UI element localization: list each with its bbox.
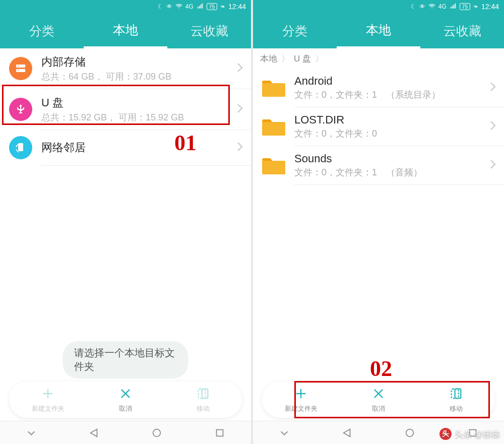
crumb-usb[interactable]: U 盘: [294, 53, 311, 65]
screen-right: ☾ 👁 4G 75 ❧ 12:44 分类 本地 云收藏 本地 〉 U 盘 〉 A…: [253, 0, 504, 444]
row-network-neighbors[interactable]: 网络邻居: [0, 130, 251, 165]
chevron-right-icon: [490, 120, 496, 133]
tab-local[interactable]: 本地: [337, 13, 420, 48]
svg-marker-20: [343, 429, 350, 436]
tab-cloud[interactable]: 云收藏: [420, 13, 504, 48]
watermark-text: 头条 @狒狒: [455, 428, 500, 440]
battery-icon: 75: [207, 3, 217, 10]
move-icon: [449, 387, 463, 403]
tab-local[interactable]: 本地: [84, 13, 167, 48]
action-cancel[interactable]: 取消: [340, 382, 417, 418]
chevron-right-icon: [237, 142, 243, 154]
action-move[interactable]: 移动: [417, 382, 495, 418]
wifi-icon: [428, 3, 435, 11]
chevron-right-icon: [490, 159, 496, 171]
leaf-icon: ❧: [220, 3, 225, 10]
nav-recent[interactable]: [214, 427, 225, 438]
action-move[interactable]: 移动: [164, 382, 242, 418]
nav-back[interactable]: [342, 427, 353, 438]
row-title: U 盘: [41, 95, 234, 110]
action-bar: 新建文件夹 取消 移动: [9, 382, 242, 418]
chevron-right-icon: 〉: [315, 53, 324, 65]
svg-point-12: [153, 429, 161, 436]
svg-point-21: [406, 429, 414, 436]
folder-icon: [262, 116, 285, 137]
nav-home[interactable]: [151, 427, 162, 438]
chevron-right-icon: [490, 82, 496, 94]
close-icon: [371, 387, 386, 403]
folder-icon: [262, 155, 285, 175]
status-bar: ☾ 👁 4G 75 ❧ 12:44: [253, 0, 504, 13]
net-label: 4G: [438, 3, 447, 10]
folder-name: Sounds: [294, 152, 487, 165]
nav-back[interactable]: [89, 427, 100, 438]
close-icon: [118, 387, 133, 403]
signal-icon: [197, 3, 204, 11]
network-icon: [9, 136, 32, 159]
nav-collapse[interactable]: [279, 427, 290, 438]
folder-meta: 文件：0，文件夹：1 （系统目录）: [294, 89, 487, 101]
status-bar: ☾ 👁 4G 75 ❧ 12:44: [0, 0, 251, 13]
crumb-local[interactable]: 本地: [260, 53, 277, 65]
moon-icon: ☾: [411, 3, 416, 10]
watermark: 头 头条 @狒狒: [439, 428, 500, 440]
watermark-icon: 头: [439, 428, 452, 440]
row-usb-drive[interactable]: U 盘 总共：15.92 GB， 可用：15.92 GB: [0, 89, 251, 130]
row-internal-storage[interactable]: 内部存储 总共：64 GB， 可用：37.09 GB: [0, 48, 251, 89]
tabs: 分类 本地 云收藏: [0, 13, 251, 48]
action-cancel[interactable]: 取消: [87, 382, 164, 418]
svg-rect-0: [16, 65, 25, 68]
nav-collapse[interactable]: [26, 427, 37, 438]
svg-point-3: [18, 70, 19, 71]
plus-icon: [41, 387, 55, 403]
folder-icon: [262, 78, 285, 98]
chevron-right-icon: [237, 62, 243, 75]
move-icon: [196, 387, 210, 403]
action-bar: 新建文件夹 取消 移动: [262, 382, 495, 418]
tab-category[interactable]: 分类: [0, 13, 84, 48]
svg-rect-13: [216, 429, 223, 436]
screen-left: ☾ 👁 4G 75 ❧ 12:44 分类 本地 云收藏 内部存储 总共：64 G…: [0, 0, 251, 444]
hdd-icon: [9, 57, 32, 80]
folder-row[interactable]: Sounds 文件：0，文件夹：1 （音频）: [253, 146, 504, 184]
action-new-folder[interactable]: 新建文件夹: [262, 382, 340, 418]
svg-rect-1: [16, 69, 25, 72]
row-title: 内部存储: [41, 54, 234, 70]
chevron-right-icon: 〉: [281, 53, 290, 65]
row-subtitle: 总共：15.92 GB， 可用：15.92 GB: [41, 111, 234, 123]
moon-icon: ☾: [158, 3, 163, 10]
wifi-icon: [175, 3, 182, 11]
svg-rect-4: [18, 143, 23, 151]
tab-cloud[interactable]: 云收藏: [167, 13, 251, 48]
breadcrumb[interactable]: 本地 〉 U 盘 〉: [253, 48, 504, 69]
folder-name: Android: [294, 75, 487, 88]
row-subtitle: 总共：64 GB， 可用：37.09 GB: [41, 71, 234, 83]
action-new-folder[interactable]: 新建文件夹: [9, 382, 87, 418]
hint-pill: 请选择一个本地目标文件夹: [63, 341, 188, 378]
signal-icon: [450, 3, 457, 11]
highlight-label-01: 01: [174, 130, 197, 156]
nav-bar: [0, 421, 251, 444]
tabs: 分类 本地 云收藏: [253, 13, 504, 48]
plus-icon: [294, 387, 308, 403]
folder-meta: 文件：0，文件夹：1 （音频）: [294, 166, 487, 178]
svg-marker-11: [90, 429, 97, 436]
eye-icon: 👁: [419, 3, 425, 10]
status-time: 12:44: [481, 3, 499, 11]
svg-point-2: [18, 66, 19, 67]
eye-icon: 👁: [166, 3, 172, 10]
usb-icon: [9, 98, 32, 121]
battery-icon: 75: [460, 3, 470, 10]
folder-name: LOST.DIR: [294, 113, 487, 126]
tab-category[interactable]: 分类: [253, 13, 337, 48]
folder-row[interactable]: LOST.DIR 文件：0，文件夹：0: [253, 107, 504, 146]
folder-meta: 文件：0，文件夹：0: [294, 128, 487, 140]
status-time: 12:44: [228, 3, 246, 11]
folder-row[interactable]: Android 文件：0，文件夹：1 （系统目录）: [253, 69, 504, 107]
leaf-icon: ❧: [473, 3, 478, 10]
nav-home[interactable]: [404, 427, 415, 438]
highlight-label-02: 02: [370, 356, 392, 382]
net-label: 4G: [185, 3, 194, 10]
row-title: 网络邻居: [41, 140, 234, 155]
chevron-right-icon: [237, 103, 243, 115]
